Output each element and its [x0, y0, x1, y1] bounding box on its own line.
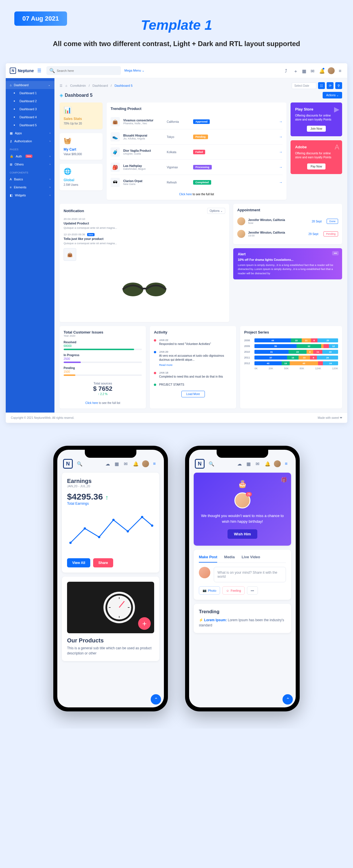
- bell-icon[interactable]: 🔔: [133, 461, 138, 466]
- trending-item[interactable]: ⚡ Lorem Ipsum: Lorem Ipsum has been the …: [199, 618, 286, 628]
- filter-button[interactable]: ⚲: [335, 82, 342, 89]
- bell-icon[interactable]: 🔔: [319, 68, 324, 73]
- stat-card[interactable]: 📊Sales Stats70% Up for 20: [60, 102, 102, 129]
- svg-point-4: [84, 527, 86, 530]
- wish-button[interactable]: Wish Him: [228, 529, 257, 539]
- feeling-chip[interactable]: ☺ Feeling: [222, 586, 245, 595]
- user-avatar[interactable]: [328, 67, 335, 74]
- alert-heading: Alert: [238, 252, 337, 256]
- copyright: Copyright © 2021 NeptuneWeb. All rights …: [11, 416, 74, 420]
- promo-button[interactable]: Pay Now: [307, 163, 325, 169]
- settings-icon[interactable]: ≡: [339, 68, 343, 73]
- activity-item: PROJECT STARTS: [154, 383, 232, 387]
- activity-item: JAN 20At vero eos et accusamus et iusto …: [154, 350, 232, 367]
- more-chip[interactable]: •••: [247, 586, 258, 595]
- breadcrumb-item[interactable]: Dashboard: [92, 84, 108, 87]
- grid-icon[interactable]: ▦: [115, 461, 120, 466]
- home-icon[interactable]: ⌂: [65, 84, 67, 87]
- sidebar-item[interactable]: ◧Widgets›: [6, 191, 54, 199]
- phone-logo-icon[interactable]: N: [195, 459, 205, 469]
- mail-icon[interactable]: ✉: [256, 461, 261, 466]
- tab[interactable]: Live Video: [241, 555, 260, 562]
- menu-icon[interactable]: ☰: [60, 84, 62, 88]
- search-icon[interactable]: 🔍: [77, 461, 82, 466]
- scroll-top-button[interactable]: ⌃: [283, 694, 293, 705]
- actions-button[interactable]: Actions ⌄: [323, 92, 342, 98]
- cloud-icon[interactable]: ☁: [237, 461, 242, 466]
- upload-icon[interactable]: ⤴: [285, 68, 289, 73]
- tab[interactable]: Make Post: [199, 555, 217, 562]
- mega-menu-link[interactable]: Mega Menu ⌄: [124, 69, 144, 72]
- earnings-chart: [67, 511, 154, 551]
- trending-row[interactable]: 🕶Clarion OrpatNew GariaRefreshCompleted→: [111, 175, 283, 190]
- sidebar-item[interactable]: ABasics›: [6, 175, 54, 183]
- notification-options[interactable]: Options ⌄: [207, 208, 225, 214]
- breadcrumb-item[interactable]: CoreAdmin: [70, 84, 86, 87]
- refresh-button[interactable]: ⟳: [327, 82, 333, 89]
- appointment-row[interactable]: Jennifer Winston, CalifoniaNow28 SeptDon…: [237, 215, 338, 227]
- trending-row[interactable]: 👟Blusaht HiopuraiJio, Kilukta, AngolaTok…: [111, 129, 283, 145]
- sidebar-item[interactable]: ▦Apps›: [6, 129, 54, 137]
- bell-icon[interactable]: 🔔: [265, 461, 270, 466]
- grid-icon[interactable]: ▦: [246, 461, 252, 466]
- menu-icon[interactable]: ≡: [285, 461, 290, 466]
- trending-row[interactable]: 👜Vivamus consecteturPharetra, Nulla , Ne…: [111, 114, 283, 129]
- load-more-button[interactable]: Load More: [181, 391, 205, 397]
- notification-item[interactable]: 12-10-2020 09:36 NewTella just like your…: [64, 233, 225, 245]
- phone-logo-icon[interactable]: N: [63, 459, 73, 469]
- cloud-icon[interactable]: ☁: [106, 461, 111, 466]
- alert-menu[interactable]: •••: [332, 251, 339, 255]
- sidebar-item[interactable]: ⌂Dashboard⌄: [6, 81, 54, 89]
- notification-title: Notification: [64, 209, 84, 213]
- mail-icon[interactable]: ✉: [311, 68, 315, 73]
- trending-row[interactable]: 🧳Dior Vagila ProductUnujzier, GuelaKolka…: [111, 145, 283, 160]
- stat-card[interactable]: 🌐Global2.5M Users: [60, 164, 102, 190]
- trending-row[interactable]: 🎒Las HathplayDakshindari, BegunVigomaxPr…: [111, 160, 283, 175]
- notif-thumb[interactable]: 👜: [64, 248, 76, 261]
- sidebar-subitem[interactable]: Dashboard 1: [6, 89, 54, 97]
- grid-icon[interactable]: ▦: [302, 68, 306, 73]
- earnings-card: Earnings JAN,20 - JUL,20 $4295.36 ↑ Tota…: [62, 473, 159, 572]
- phone-avatar[interactable]: [142, 460, 149, 467]
- sidebar-subitem[interactable]: Dashboard 3: [6, 105, 54, 113]
- sidebar-item[interactable]: ⊞Others›: [6, 160, 54, 168]
- calendar-button[interactable]: ☷: [318, 82, 325, 89]
- sidebar-subitem[interactable]: Dashboard 5: [6, 121, 54, 129]
- sidebar-item[interactable]: ⚷Authorization›: [6, 137, 54, 145]
- view-all-button[interactable]: View All: [67, 558, 90, 567]
- search-icon[interactable]: 🔍: [209, 461, 214, 466]
- trending-full-link[interactable]: Click here: [179, 193, 192, 196]
- trending-card: Trending ⚡ Lorem Ipsum: Lorem Ipsum has …: [194, 604, 291, 633]
- menu-icon[interactable]: ≡: [153, 461, 158, 466]
- mail-icon[interactable]: ✉: [124, 461, 129, 466]
- appointment-row[interactable]: Jennifer Winston, Califonia19:0029 SeptP…: [237, 227, 338, 240]
- scroll-top-button[interactable]: ⌃: [151, 694, 161, 705]
- issues-full-link[interactable]: Click here: [85, 401, 98, 404]
- search-input[interactable]: [57, 69, 118, 72]
- menu-toggle-icon[interactable]: ☰: [37, 68, 43, 73]
- sidebar-item[interactable]: ≡Elements›: [6, 183, 54, 191]
- sidebar-item[interactable]: 🔒AuthNew›: [6, 152, 54, 160]
- brand-logo[interactable]: N Neptune: [10, 68, 34, 74]
- sidebar-subitem[interactable]: Dashboard 4: [6, 113, 54, 121]
- add-fab[interactable]: +: [138, 617, 151, 630]
- sidebar-subitem[interactable]: Dashboard 2: [6, 97, 54, 105]
- add-icon[interactable]: ＋: [293, 68, 298, 73]
- activity-card: Activity JAN 22Responded to need "Volunt…: [150, 326, 236, 408]
- dashboard-topbar: N Neptune ☰ 🔍 Mega Menu ⌄ ⤴ ＋ ▦ ✉ 🔔 ≡: [6, 63, 347, 78]
- alert-text: Lorem Ipsum is simply dummy...It is a lo…: [238, 263, 337, 275]
- stat-card[interactable]: 🧺My CartValue $89,000: [60, 133, 102, 160]
- date-select[interactable]: Select Date: [292, 83, 316, 89]
- diamond-icon: ◈: [60, 92, 63, 98]
- tab[interactable]: Media: [224, 555, 235, 562]
- gift-icon: 🎁: [281, 477, 287, 483]
- search-input-wrap[interactable]: 🔍: [47, 66, 121, 75]
- issue-item: Pending1500: [64, 366, 142, 376]
- series-title: Project Series: [244, 330, 338, 334]
- phone-avatar[interactable]: [274, 460, 281, 467]
- promo-button[interactable]: Join Now: [307, 126, 325, 132]
- photo-chip[interactable]: 📷 Photo: [199, 586, 220, 595]
- notification-item[interactable]: 20-04-2020 10:10Updated ProductQuisque a…: [64, 217, 225, 229]
- share-button[interactable]: Share: [93, 558, 113, 567]
- post-input[interactable]: What is on your mind? Share it with the …: [214, 567, 286, 582]
